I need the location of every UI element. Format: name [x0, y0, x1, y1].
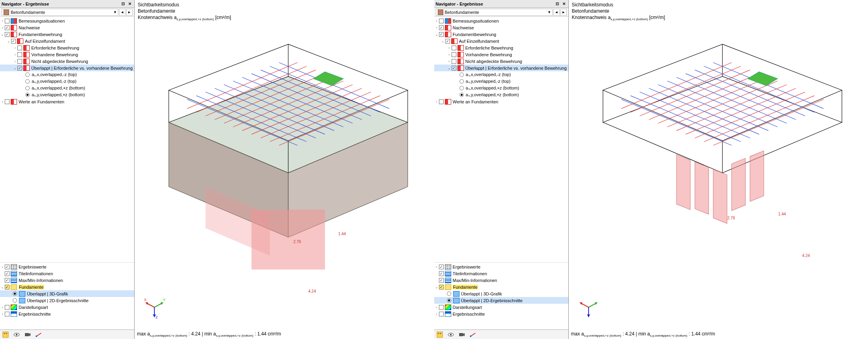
tree-werte[interactable]: ›Werte an Fundamenten	[434, 98, 568, 105]
tree-darstellung[interactable]: ›Darstellungsart	[434, 304, 568, 310]
prev-button[interactable]: ◂	[119, 9, 125, 16]
tree-top-right[interactable]: ›Bemessungssituationen ›✓Nachweise ⌄✓Fun…	[434, 17, 568, 262]
tool-probe-icon[interactable]	[35, 331, 43, 338]
tree-erf[interactable]: ›Erforderliche Bewehrung	[0, 44, 134, 51]
svg-rect-53	[459, 333, 463, 336]
tree-vorh[interactable]: ›Vorhandene Bewehrung	[434, 51, 568, 58]
foundation-3d-wire	[585, 40, 860, 279]
tree-maxmin[interactable]: ✓Max/Min-Informationen	[434, 277, 568, 284]
radio-icon[interactable]	[460, 86, 464, 90]
radio-r2[interactable]: aₛ,y,overlapped,-z (top)	[434, 78, 568, 85]
radio-icon[interactable]	[13, 298, 17, 303]
vp-header-l2: Betonfundamente	[138, 8, 231, 14]
tree-titel[interactable]: ✓Titelinformationen	[434, 270, 568, 277]
radio-icon[interactable]	[460, 72, 464, 77]
tree-overlap2d[interactable]: Überlappt | 2D-Ergebnisschnitte	[0, 297, 134, 304]
tree-titel[interactable]: ✓Titelinformationen	[0, 270, 134, 277]
tree-bottom-right[interactable]: ›✓Ergebniswerte ✓Titelinformationen ✓Max…	[434, 262, 568, 329]
radio-icon[interactable]	[25, 86, 30, 90]
radio-r3[interactable]: aₛ,x,overlapped,+z (bottom)	[0, 85, 134, 91]
radio-icon[interactable]	[447, 298, 451, 303]
erf-icon	[23, 45, 30, 51]
tree-ergebnisschnitte[interactable]: ›Ergebnisschnitte	[434, 310, 568, 317]
radio-r3[interactable]: aₛ,x,overlapped,+z (bottom)	[434, 85, 568, 91]
tree-erf[interactable]: ›Erforderliche Bewehrung	[434, 44, 568, 51]
pin-icon[interactable]: ⊡	[120, 1, 126, 7]
radio-icon[interactable]	[460, 79, 464, 84]
pin-icon[interactable]: ⊡	[555, 1, 560, 7]
tree-fundbew[interactable]: ⌄✓Fundamentbewehrung	[0, 31, 134, 38]
tree-nachweise[interactable]: ›✓Nachweise	[434, 24, 568, 31]
results-icon	[445, 264, 451, 270]
tree-fundamente[interactable]: ⌄✓Fundamente	[434, 284, 568, 290]
radio-icon[interactable]	[447, 291, 451, 296]
axis-widget	[577, 295, 600, 319]
fund-icon	[445, 284, 451, 290]
tree-nachweise[interactable]: ›✓Nachweise	[0, 24, 134, 31]
svg-point-52	[450, 334, 452, 335]
tree-ueberlappt[interactable]: ⌄✓Überlappt | Erforderliche vs. vorhande…	[0, 65, 134, 71]
style-icon	[11, 305, 17, 310]
tool-camera-icon[interactable]	[458, 331, 466, 338]
radio-icon[interactable]	[460, 93, 464, 97]
tool-eye-icon[interactable]	[13, 331, 21, 338]
tree-maxmin[interactable]: ✓Max/Min-Informationen	[0, 277, 134, 284]
tree-overlap2d[interactable]: Überlappt | 2D-Ergebnisschnitte	[434, 297, 568, 304]
tree-overlap3d[interactable]: Überlappt | 3D-Grafik	[434, 290, 568, 297]
tool-probe-icon[interactable]	[469, 331, 477, 338]
radio-icon[interactable]	[25, 79, 30, 84]
tree-fundamente[interactable]: ⌄✓Fundamente	[0, 284, 134, 290]
tool-camera-icon[interactable]	[24, 331, 32, 338]
svg-line-63	[621, 99, 731, 145]
sections-icon	[11, 311, 17, 317]
viewport-left[interactable]: Sichtbarkeitsmodus Betonfundamente Knote…	[135, 0, 434, 339]
close-icon[interactable]: ✕	[127, 1, 133, 7]
title-icon	[11, 271, 17, 276]
combo-betonfundamente[interactable]: Betonfundamente ▾	[436, 9, 553, 16]
tree-fundbew[interactable]: ⌄✓Fundamentbewehrung	[434, 31, 568, 38]
tool-eye-icon[interactable]	[447, 331, 455, 338]
radio-r4[interactable]: aₛ,y,overlapped,+z (bottom)	[0, 91, 134, 98]
radio-icon[interactable]	[25, 93, 30, 97]
tree-vorh[interactable]: ›Vorhandene Bewehrung	[0, 51, 134, 58]
tree-ergebniswerte[interactable]: ›✓Ergebniswerte	[0, 263, 134, 270]
viewport-right[interactable]: Sichtbarkeitsmodus Betonfundamente Knote…	[569, 0, 868, 339]
chevron-down-icon: ▾	[114, 10, 116, 15]
radio-icon[interactable]	[25, 72, 30, 77]
tree-werte[interactable]: ›Werte an Fundamenten	[0, 98, 134, 105]
tree-ergebnisschnitte[interactable]: ›Ergebnisschnitte	[0, 310, 134, 317]
radio-r1[interactable]: aₛ,x,overlapped,-z (top)	[434, 71, 568, 78]
tree-overlap3d[interactable]: Überlappt | 3D-Grafik	[0, 290, 134, 297]
axis-z: Z	[156, 315, 158, 319]
tree-top-left[interactable]: ›Bemessungssituationen ›✓Nachweise ⌄✓Fun…	[0, 17, 134, 262]
next-button[interactable]: ▸	[560, 9, 567, 16]
tree-aufeinzel[interactable]: ⌄✓Auf Einzelfundament	[434, 38, 568, 44]
radio-r1[interactable]: aₛ,x,overlapped,-z (top)	[0, 71, 134, 78]
svg-point-49	[438, 333, 439, 334]
nav-title: Navigator - Ergebnisse	[2, 2, 119, 6]
tool-palette-icon[interactable]	[436, 331, 444, 338]
results-icon	[11, 264, 17, 270]
tree-aufeinzel[interactable]: ⌄✓Auf Einzelfundament	[0, 38, 134, 44]
svg-marker-85	[748, 72, 777, 86]
next-button[interactable]: ▸	[126, 9, 133, 16]
tree-bottom-left[interactable]: ›✓Ergebniswerte ✓Titelinformationen ✓Max…	[0, 262, 134, 329]
radio-icon[interactable]	[13, 291, 17, 296]
tree-bemessung[interactable]: ›Bemessungssituationen	[434, 17, 568, 24]
tree-ergebniswerte[interactable]: ›✓Ergebniswerte	[434, 263, 568, 270]
tree-ueberlappt[interactable]: ⌄✓Überlappt | Erforderliche vs. vorhande…	[434, 65, 568, 71]
tool-palette-icon[interactable]	[2, 331, 9, 338]
close-icon[interactable]: ✕	[561, 1, 567, 7]
svg-line-65	[640, 92, 750, 138]
tree-darstellung[interactable]: ›Darstellungsart	[0, 304, 134, 310]
svg-marker-86	[676, 154, 690, 209]
svg-point-2	[6, 333, 7, 334]
tree-nicht[interactable]: ›Nicht abgedeckte Bewehrung	[434, 58, 568, 65]
tree-nicht[interactable]: ›Nicht abgedeckte Bewehrung	[0, 58, 134, 65]
nav-toolbar	[434, 329, 568, 339]
radio-r2[interactable]: aₛ,y,overlapped,-z (top)	[0, 78, 134, 85]
radio-r4[interactable]: aₛ,y,overlapped,+z (bottom)	[434, 91, 568, 98]
combo-betonfundamente[interactable]: Betonfundamente ▾	[2, 9, 118, 16]
prev-button[interactable]: ◂	[553, 9, 560, 16]
tree-bemessung[interactable]: ›Bemessungssituationen	[0, 17, 134, 24]
